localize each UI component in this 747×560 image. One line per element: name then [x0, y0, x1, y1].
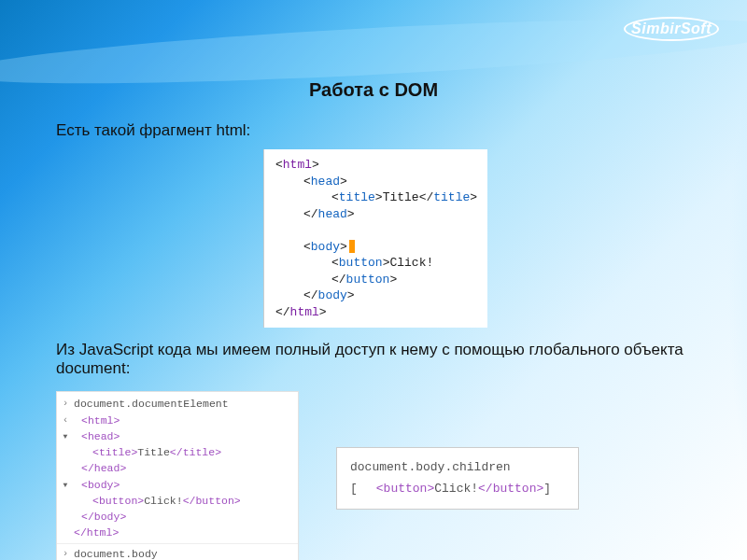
logo-oval: SimbirSoft	[624, 17, 719, 41]
text-title: Title	[137, 446, 170, 458]
tag-html-close: html	[290, 305, 319, 319]
tag-head: head	[311, 175, 340, 189]
tag-html: html	[283, 158, 312, 172]
text-click: Click!	[144, 495, 182, 507]
node-title-close: </title>	[170, 446, 221, 458]
angle-open: <	[275, 158, 283, 172]
node-head-close: </head>	[81, 462, 126, 474]
angle-open: <	[331, 190, 339, 204]
intro-text: Есть такой фрагмент html:	[56, 121, 691, 140]
tag-title: title	[339, 190, 375, 204]
text-title: Title	[383, 190, 419, 204]
tag-body: body	[311, 240, 340, 254]
angle-close: >	[389, 273, 397, 287]
angle-open: </	[303, 207, 318, 221]
html-fragment-wrap: <html> <head> <title>Title</title> </hea…	[263, 149, 691, 328]
node-html: <html>	[81, 414, 120, 427]
node-button-open: <button>	[92, 495, 144, 507]
brand-logo: SimbirSoft	[624, 17, 719, 41]
angle-open: <	[303, 240, 311, 254]
node-body-close: </body>	[81, 511, 126, 523]
text-click: Click!	[389, 256, 433, 270]
angle-close: >	[347, 288, 355, 302]
angle-close: >	[340, 240, 347, 254]
console-input-body: document.body	[74, 546, 298, 560]
angle-open: </	[419, 190, 434, 204]
angle-close: >	[375, 190, 383, 204]
slide-content: Работа с DOM Есть такой фрагмент html: <…	[56, 79, 691, 560]
angle-open: </	[275, 305, 290, 319]
text-click: Click!	[434, 482, 478, 496]
angle-close: >	[340, 175, 347, 189]
node-head: <head>	[81, 430, 120, 442]
node-button-close: </button>	[478, 482, 543, 496]
html-fragment-code: <html> <head> <title>Title</title> </hea…	[263, 149, 487, 328]
devtools-console-2: document.body.children [<button>Click!</…	[336, 447, 579, 509]
angle-close: >	[319, 305, 327, 319]
angle-open: </	[303, 288, 318, 302]
node-title-open: <title>	[92, 446, 137, 458]
cursor-icon	[349, 240, 355, 253]
lower-row: ›document.documentElement ‹<html> <head>…	[56, 391, 691, 560]
angle-open: <	[331, 256, 339, 270]
angle-open: <	[303, 175, 311, 189]
node-body: <body>	[81, 479, 120, 491]
bracket-close: ]	[543, 482, 551, 496]
node-button-open: <button>	[376, 482, 434, 496]
console-input-children: document.body.children	[350, 457, 565, 478]
angle-close: >	[312, 158, 319, 172]
angle-close: >	[347, 207, 355, 221]
tag-body-close: body	[318, 288, 347, 302]
tag-button-close: button	[346, 273, 390, 287]
tag-head-close: head	[318, 207, 347, 221]
node-html-close: </html>	[74, 526, 119, 539]
console-input-documentElement: document.documentElement	[74, 396, 298, 412]
devtools-console-1: ›document.documentElement ‹<html> <head>…	[56, 391, 299, 560]
slide-title: Работа с DOM	[56, 79, 691, 101]
bracket-open: [	[350, 482, 358, 496]
angle-open: </	[331, 273, 346, 287]
angle-close: >	[470, 190, 477, 204]
node-button-close: </button>	[183, 495, 241, 507]
middle-text: Из JavaScript кода мы имеем полный досту…	[56, 341, 691, 378]
tag-button: button	[339, 256, 383, 270]
tag-title-close: title	[433, 190, 470, 204]
